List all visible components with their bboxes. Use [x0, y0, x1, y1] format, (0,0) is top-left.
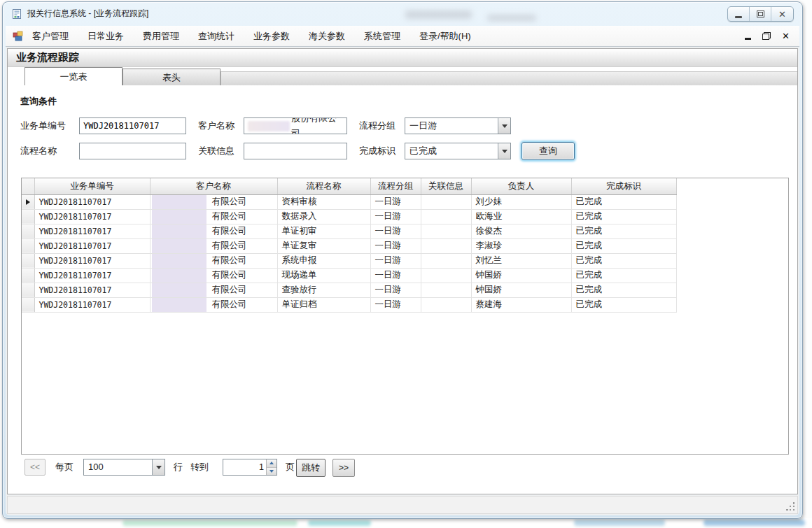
status-bar — [7, 496, 798, 514]
dropdown-button[interactable] — [152, 459, 164, 475]
row-selector-cell[interactable] — [22, 209, 34, 224]
col-customer[interactable]: 客户名称 — [150, 178, 277, 194]
col-flow-group[interactable]: 流程分组 — [370, 178, 421, 194]
cell-status: 已完成 — [571, 224, 676, 238]
row-selector-cell[interactable] — [22, 224, 34, 238]
cell-customer: 有限公司 — [150, 253, 277, 268]
menu-item-fees[interactable]: 费用管理 — [143, 30, 179, 43]
cell-flow-group: 一日游 — [370, 253, 421, 268]
cell-status: 已完成 — [571, 253, 676, 268]
page-number-stepper[interactable]: 1 — [223, 459, 277, 476]
row-selector-cell[interactable] — [22, 238, 34, 253]
cell-order-no: YWDJ20181107017 — [34, 253, 150, 268]
flow-group-combo[interactable]: 一日游 — [405, 117, 511, 134]
menu-item-customer[interactable]: 客户管理 — [32, 30, 69, 43]
stepper-down-button[interactable] — [267, 468, 276, 476]
jump-button[interactable]: 跳转 — [296, 459, 326, 477]
tab-header[interactable]: 表头 — [122, 69, 220, 85]
row-selector-header[interactable] — [22, 178, 34, 194]
cell-customer: 有限公司 — [150, 268, 277, 283]
per-page-combo[interactable]: 100 — [83, 459, 165, 476]
menu-item-query-stats[interactable]: 查询统计 — [198, 30, 234, 43]
mdi-minimize-icon[interactable] — [745, 38, 751, 40]
related-info-input[interactable] — [244, 143, 347, 159]
search-button[interactable]: 查询 — [522, 142, 575, 160]
cell-flow-group: 一日游 — [370, 297, 421, 312]
desktop-artifact — [704, 520, 805, 526]
cell-related-info — [421, 253, 471, 268]
redaction-block — [152, 239, 206, 253]
cell-flow-name: 单证初审 — [277, 224, 370, 238]
cell-related-info — [421, 283, 471, 297]
redaction-block — [152, 298, 206, 312]
row-selector-cell[interactable] — [22, 268, 34, 283]
stepper-up-button[interactable] — [267, 459, 276, 468]
menu-item-login-help[interactable]: 登录/帮助(H) — [419, 30, 471, 43]
menu-item-customs-params[interactable]: 海关参数 — [309, 30, 345, 43]
order-no-input[interactable] — [79, 117, 186, 134]
cell-flow-name: 系统申报 — [277, 253, 370, 268]
minimize-button[interactable] — [728, 7, 750, 21]
title-bar[interactable]: 报关行信息系统 - [业务流程跟踪] ✕ — [3, 2, 802, 25]
cell-owner: 欧海业 — [471, 209, 571, 224]
cell-flow-group: 一日游 — [370, 194, 421, 209]
customer-label: 客户名称 — [198, 117, 234, 134]
close-button[interactable]: ✕ — [771, 7, 793, 21]
complete-flag-label: 完成标识 — [359, 143, 396, 159]
menu-item-system[interactable]: 系统管理 — [364, 30, 400, 43]
table-row[interactable]: YWDJ20181107017 有限公司 单证初审 一日游 徐俊杰 已完成 — [22, 224, 676, 238]
complete-flag-value: 已完成 — [405, 143, 498, 159]
cell-flow-name: 单证归档 — [277, 297, 370, 312]
row-selector-cell[interactable] — [22, 253, 34, 268]
resize-grip-icon[interactable] — [786, 502, 795, 511]
prev-page-button[interactable]: << — [24, 459, 46, 476]
tab-strip-filler — [220, 71, 797, 85]
menu-item-business-params[interactable]: 业务参数 — [253, 30, 290, 43]
mdi-restore-icon[interactable] — [762, 32, 771, 40]
tab-strip: 一览表 表头 — [8, 67, 797, 85]
dropdown-button[interactable] — [498, 143, 510, 159]
table-row[interactable]: YWDJ20181107017 有限公司 现场递单 一日游 钟国娇 已完成 — [22, 268, 676, 283]
cell-order-no: YWDJ20181107017 — [34, 297, 150, 312]
col-owner[interactable]: 负责人 — [471, 178, 571, 194]
cell-order-no: YWDJ20181107017 — [34, 194, 150, 209]
col-status[interactable]: 完成标识 — [571, 178, 676, 194]
table-row[interactable]: YWDJ20181107017 有限公司 资料审核 一日游 刘少妹 已完成 — [22, 194, 676, 209]
stepper-buttons — [266, 459, 276, 475]
dropdown-button[interactable] — [498, 118, 510, 134]
table-row[interactable]: YWDJ20181107017 有限公司 系统申报 一日游 刘忆兰 已完成 — [22, 253, 676, 268]
flow-name-input[interactable] — [79, 143, 186, 159]
cell-related-info — [421, 238, 471, 253]
restore-icon — [757, 10, 764, 17]
row-selector-cell[interactable] — [22, 283, 34, 297]
menu-item-daily[interactable]: 日常业务 — [88, 30, 124, 43]
customer-input[interactable]: 股份有限公司 — [244, 117, 347, 134]
chevron-down-icon — [270, 470, 274, 473]
cell-owner: 钟国娇 — [471, 283, 571, 297]
pagination-bar: << 每页 100 行 转到 1 页 — [8, 459, 797, 478]
tab-overview[interactable]: 一览表 — [24, 67, 122, 85]
restore-button[interactable] — [750, 7, 771, 21]
chevron-down-icon — [502, 150, 507, 153]
flow-group-value: 一日游 — [405, 118, 498, 134]
table-row[interactable]: YWDJ20181107017 有限公司 查验放行 一日游 钟国娇 已完成 — [22, 283, 676, 297]
related-info-label: 关联信息 — [198, 143, 234, 159]
col-order-no[interactable]: 业务单编号 — [34, 178, 150, 194]
col-related-info[interactable]: 关联信息 — [421, 178, 471, 194]
table-row[interactable]: YWDJ20181107017 有限公司 数据录入 一日游 欧海业 已完成 — [22, 209, 676, 224]
close-icon: ✕ — [778, 10, 786, 19]
cell-customer: 有限公司 — [150, 209, 277, 224]
table-row[interactable]: YWDJ20181107017 有限公司 单证复审 一日游 李淑珍 已完成 — [22, 238, 676, 253]
redaction-block — [152, 254, 206, 268]
mdi-close-icon[interactable]: ✕ — [782, 31, 790, 41]
col-flow-name[interactable]: 流程名称 — [277, 178, 370, 194]
table-row[interactable]: YWDJ20181107017 有限公司 单证归档 一日游 蔡建海 已完成 — [22, 297, 676, 312]
cell-owner: 钟国娇 — [471, 268, 571, 283]
row-selector-cell[interactable] — [22, 194, 34, 209]
blur-artifact — [487, 15, 536, 21]
complete-flag-combo[interactable]: 已完成 — [405, 143, 511, 159]
desktop-artifact — [308, 520, 371, 526]
next-page-button[interactable]: >> — [332, 459, 355, 477]
cell-related-info — [421, 224, 471, 238]
row-selector-cell[interactable] — [22, 297, 34, 312]
